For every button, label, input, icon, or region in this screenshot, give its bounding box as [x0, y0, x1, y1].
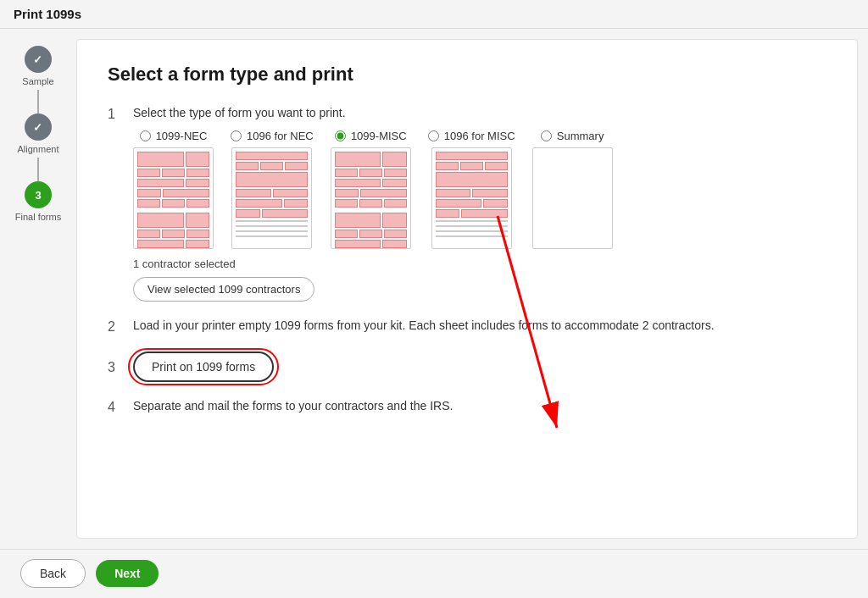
step-2-row: 2 Load in your printer empty 1099 forms … [108, 318, 826, 335]
step-4-row: 4 Separate and mail the forms to your co… [108, 399, 826, 415]
radio-nec[interactable] [140, 130, 151, 141]
step-1-number: 1 [108, 107, 121, 122]
step-connector-2 [37, 158, 39, 181]
radio-nec1096[interactable] [231, 130, 242, 141]
step-item-alignment: ✓ Alignment [18, 114, 59, 181]
step-4-number: 4 [108, 400, 121, 415]
step-label-final: Final forms [15, 212, 61, 222]
thumb-misc1096 [431, 147, 512, 249]
step-4-desc: Separate and mail the forms to your cont… [133, 399, 826, 413]
back-button[interactable]: Back [20, 559, 86, 588]
radio-label-nec[interactable]: 1099-NEC [140, 130, 208, 142]
form-option-nec: 1099-NEC [133, 130, 214, 249]
step-circle-alignment: ✓ [25, 114, 52, 141]
bottom-bar: Back Next [0, 549, 868, 596]
step-circle-sample: ✓ [25, 46, 52, 73]
step-2-number: 2 [108, 319, 121, 335]
step-3-number: 3 [108, 360, 121, 375]
thumb-summary [532, 147, 613, 249]
step-1-row: 1 Select the type of form you want to pr… [108, 106, 826, 302]
step-label-alignment: Alignment [18, 144, 59, 154]
form-option-nec1096: 1096 for NEC [231, 130, 314, 249]
step-circle-final: 3 [25, 181, 52, 208]
contractor-count: 1 contractor selected [133, 257, 826, 270]
form-option-misc1096: 1096 for MISC [428, 130, 515, 249]
content-area: Select a form type and print 1 Select th… [76, 39, 858, 539]
page-title: Print 1099s [14, 7, 81, 21]
step-label-sample: Sample [22, 76, 53, 86]
step-2-content: Load in your printer empty 1099 forms fr… [133, 318, 826, 332]
radio-misc1096[interactable] [428, 130, 439, 141]
thumb-misc [331, 147, 411, 249]
step-2-desc: Load in your printer empty 1099 forms fr… [133, 318, 826, 332]
next-button[interactable]: Next [96, 560, 159, 587]
radio-label-misc1096[interactable]: 1096 for MISC [428, 130, 515, 142]
radio-label-nec1096[interactable]: 1096 for NEC [231, 130, 314, 142]
thumb-nec1096 [231, 147, 312, 249]
radio-summary[interactable] [541, 130, 552, 141]
step-1-desc: Select the type of form you want to prin… [133, 106, 826, 119]
radio-label-summary[interactable]: Summary [541, 130, 604, 142]
step-1-content: Select the type of form you want to prin… [133, 106, 826, 302]
form-options: 1099-NEC [133, 130, 826, 249]
step-4-content: Separate and mail the forms to your cont… [133, 399, 826, 413]
form-option-summary: Summary [532, 130, 613, 249]
radio-label-misc[interactable]: 1099-MISC [335, 130, 407, 142]
step-3-content: Print on 1099 forms [133, 352, 826, 382]
print-button[interactable]: Print on 1099 forms [133, 352, 274, 382]
step-3-row: 3 Print on 1099 forms [108, 352, 826, 382]
step-connector-1 [37, 90, 39, 114]
thumb-nec [133, 147, 214, 249]
sidebar: ✓ Sample ✓ Alignment 3 Final forms [0, 29, 76, 549]
step-item-final: 3 Final forms [15, 181, 61, 225]
radio-misc[interactable] [335, 130, 346, 141]
view-contractors-button[interactable]: View selected 1099 contractors [133, 277, 314, 302]
step-item-sample: ✓ Sample [22, 46, 53, 114]
form-option-misc: 1099-MISC [331, 130, 411, 249]
page-heading: Select a form type and print [108, 64, 826, 86]
top-bar: Print 1099s [0, 0, 868, 29]
